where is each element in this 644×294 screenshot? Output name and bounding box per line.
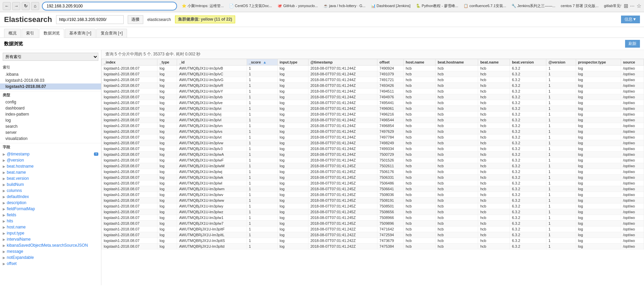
field-buildnum[interactable]: ▶ buildNum xyxy=(0,181,101,188)
home-button[interactable]: ⌂ xyxy=(31,2,39,10)
bookmark-item[interactable]: ☕ java / hcb-lottery · G... xyxy=(321,3,368,9)
bookmark-item[interactable]: ⭐ 小聚/mtrops: 运维管... xyxy=(180,3,226,9)
field-defaultindex[interactable]: ▶ defaultIndex xyxy=(0,194,101,200)
table-row[interactable]: logstash1-2018.08.07logAWUTMQBjJX1U-lm3p… xyxy=(102,89,644,94)
field-fields[interactable]: ▶ fields xyxy=(0,212,101,218)
tab-compound-query[interactable]: 复合查询 [+] xyxy=(96,29,127,38)
field-fieldformatmap[interactable]: ▶ fieldFormatMap xyxy=(0,206,101,212)
bookmark-item[interactable]: 🐍 Python教程 - 廖雪峰... xyxy=(414,3,460,9)
field-timestamp[interactable]: ▶ @timestamp ? xyxy=(0,151,101,157)
field-kibana-saved[interactable]: ▶ kibanaSavedObjectMeta.searchSourceJSON xyxy=(0,242,101,248)
tab-index[interactable]: 索引 xyxy=(22,29,39,38)
col-prospector-type[interactable]: prospector.type xyxy=(576,59,621,66)
extensions-button[interactable]: ⊞ xyxy=(624,3,628,9)
type-config[interactable]: config xyxy=(0,99,101,105)
field-description[interactable]: ▶ description xyxy=(0,200,101,206)
type-visualization[interactable]: visualization xyxy=(0,136,101,142)
sidebar-item-logstash-0807[interactable]: logstash1-2018.08.07 xyxy=(0,83,101,90)
bookmark-item[interactable]: 📊 Dashboard [Jenkins] xyxy=(369,3,413,9)
sidebar-item-logstash-0803[interactable]: logstash1-2018.08.03 xyxy=(0,77,101,83)
table-row[interactable]: logstash1-2018.08.07logAWUTMQBRjJX1U-lm3… xyxy=(102,226,644,232)
tab-basic-query[interactable]: 基本查询 [+] xyxy=(65,29,96,38)
field-host-name[interactable]: ▶ host.name xyxy=(0,224,101,230)
field-beat-version[interactable]: ▶ beat.version xyxy=(0,175,101,181)
table-row[interactable]: logstash1-2018.08.07logAWUTMQBjJX1U-lm3p… xyxy=(102,134,644,140)
field-version[interactable]: ▶ @version xyxy=(0,157,101,163)
field-beat-hostname[interactable]: ▶ beat.hostname xyxy=(0,163,101,169)
col-index[interactable]: _index xyxy=(102,59,157,66)
table-row[interactable]: logstash1-2018.08.07logAWUTMQBjJX1U-lm3p… xyxy=(102,175,644,180)
sidebar-item-kibana[interactable]: .kibana xyxy=(0,71,101,77)
tab-overview[interactable]: 概况 xyxy=(4,29,21,38)
table-row[interactable]: logstash1-2018.08.07logAWUTMQBjJX1U-lm3p… xyxy=(102,180,644,186)
type-index-pattern[interactable]: index-pattern xyxy=(0,111,101,117)
type-log[interactable]: log xyxy=(0,117,101,123)
field-offset[interactable]: ▶ offset xyxy=(0,261,101,267)
field-input-type[interactable]: ▶ input.type xyxy=(0,230,101,236)
table-row[interactable]: logstash1-2018.08.07logAWUTMQBjJX1U-lm3p… xyxy=(102,123,644,129)
type-search[interactable]: search xyxy=(0,123,101,129)
table-row[interactable]: logstash1-2018.08.07logAWUTMQBjJX1U-lm3p… xyxy=(102,129,644,134)
table-row[interactable]: logstash1-2018.08.07logAWUTMQBjJX1U-lm3p… xyxy=(102,94,644,100)
bookmark-item[interactable]: 📋 confluence6.7.1安装... xyxy=(462,3,508,9)
table-row[interactable]: logstash1-2018.08.07logAWUTMQBjJX1U-lm3p… xyxy=(102,186,644,192)
col-beat-version[interactable]: beat.version xyxy=(510,59,546,66)
tab-data-browse[interactable]: 数据浏览 xyxy=(39,29,64,38)
bookmark-star[interactable]: ☆ xyxy=(637,3,641,9)
bookmark-item[interactable]: gitlab常见错误解决办... xyxy=(602,3,621,9)
connect-button[interactable]: 连接 xyxy=(128,15,143,24)
table-row[interactable]: logstash1-2018.08.07logAWUTMQBjJX1U-lm3p… xyxy=(102,117,644,123)
col-beat-hostname[interactable]: beat.hostname xyxy=(436,59,478,66)
col-score[interactable]: _score ▲ xyxy=(247,59,277,66)
table-row[interactable]: logstash1-2018.08.07logAWUTMQBjJX1U-lm3p… xyxy=(102,77,644,83)
table-row[interactable]: logstash1-2018.08.07logAWUTMQBjJX1U-lm3p… xyxy=(102,146,644,152)
table-row[interactable]: logstash1-2018.08.07logAWUTMQBjJX1U-lm3p… xyxy=(102,83,644,89)
table-row[interactable]: logstash1-2018.08.07logAWUTMQBjJX1U-lm3p… xyxy=(102,221,644,226)
table-row[interactable]: logstash1-2018.08.07logAWUTMQBRjJX1U-lm3… xyxy=(102,238,644,244)
col-offset[interactable]: offset xyxy=(377,59,404,66)
col-input-type[interactable]: input.type xyxy=(277,59,308,66)
table-row[interactable]: logstash1-2018.08.07logAWUTMQBjJX1U-lm3p… xyxy=(102,215,644,221)
table-row[interactable]: logstash1-2018.08.07logAWUTMQBjJX1U-lm3p… xyxy=(102,157,644,163)
table-row[interactable]: logstash1-2018.08.07logAWUTMQBRjJX1U-lm3… xyxy=(102,244,644,249)
refresh-button[interactable]: ↻ xyxy=(22,2,30,10)
table-row[interactable]: logstash1-2018.08.07logAWUTMQBjJX1U-lm3p… xyxy=(102,140,644,146)
col-id[interactable]: _id xyxy=(177,59,247,66)
table-row[interactable]: logstash1-2018.08.07logAWUTMQBjJX1U-lm3p… xyxy=(102,152,644,157)
server-url-input[interactable] xyxy=(56,15,124,24)
field-columns[interactable]: ▶ columns xyxy=(0,188,101,194)
bookmark-item[interactable]: centos 7 部署 汉化版... xyxy=(559,3,601,9)
address-bar[interactable]: 192.168.3.205:9100 xyxy=(42,2,177,10)
col-source[interactable]: source xyxy=(621,59,644,66)
field-beat-name[interactable]: ▶ beat.name xyxy=(0,169,101,175)
table-row[interactable]: logstash1-2018.08.07logAWUTMQBjJX1U-lm3p… xyxy=(102,112,644,117)
menu-button[interactable]: ··· xyxy=(630,3,635,9)
col-timestamp[interactable]: @timestamp xyxy=(308,59,377,66)
table-row[interactable]: logstash1-2018.08.07logAWUTMQBjJX1U-lm3p… xyxy=(102,163,644,169)
info-button[interactable]: 信息▼ xyxy=(621,16,640,23)
table-row[interactable]: logstash1-2018.08.07logAWUTMQBjJX1U-lm3p… xyxy=(102,106,644,112)
field-message[interactable]: ▶ message xyxy=(0,248,101,254)
refresh-data-button[interactable]: 刷新 xyxy=(625,40,640,48)
field-notexpandable[interactable]: ▶ notExpandable xyxy=(0,254,101,261)
col-host-name[interactable]: host.name xyxy=(403,59,436,66)
table-row[interactable]: logstash1-2018.08.07logAWUTMQBjJX1U-lm3p… xyxy=(102,169,644,175)
type-dashboard[interactable]: dashboard xyxy=(0,105,101,111)
col-type[interactable]: _type xyxy=(157,59,177,66)
col-version[interactable]: @version xyxy=(546,59,576,66)
type-server[interactable]: server xyxy=(0,129,101,136)
table-row[interactable]: logstash1-2018.08.07logAWUTMQBjJX1U-lm3p… xyxy=(102,198,644,203)
col-beat-name[interactable]: beat.name xyxy=(478,59,510,66)
field-hits[interactable]: ▶ hits xyxy=(0,218,101,224)
bookmark-item[interactable]: 📄 CentOS 7上安装Doc... xyxy=(227,3,274,9)
index-select[interactable]: 所有索引 xyxy=(3,53,98,61)
back-button[interactable]: ← xyxy=(3,2,11,10)
table-row[interactable]: logstash1-2018.08.07logAWUTMQBjJX1U-lm3p… xyxy=(102,71,644,77)
table-row[interactable]: logstash1-2018.08.07logAWUTMQBjJX1U-lm3p… xyxy=(102,192,644,198)
table-row[interactable]: logstash1-2018.08.07logAWUTMQBjJX1U-lm3p… xyxy=(102,100,644,106)
bookmark-item[interactable]: 🐙 GitHub - yonyouclo... xyxy=(275,3,320,9)
table-row[interactable]: logstash1-2018.08.07logAWUTMQBjJX1U-lm3p… xyxy=(102,203,644,209)
bookmark-item[interactable]: 🔧 Jenkins系列之三——... xyxy=(510,3,558,9)
field-intervalname[interactable]: ▶ intervalName xyxy=(0,236,101,242)
table-row[interactable]: logstash1-2018.08.07logAWUTMQBRjJX1U-lm3… xyxy=(102,232,644,238)
